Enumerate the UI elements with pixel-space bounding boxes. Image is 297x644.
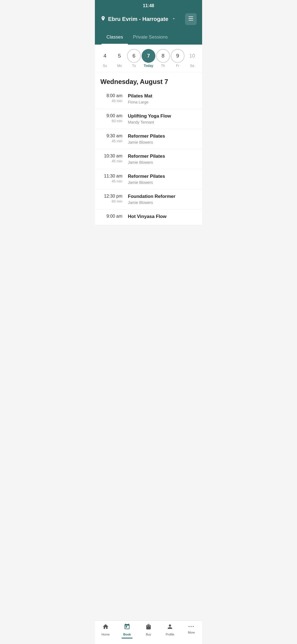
nav-item-more[interactable]: ··· More xyxy=(181,623,202,638)
class-info-5: Foundation Reformer Jamie Blowers xyxy=(128,194,197,205)
status-bar: 11:48 xyxy=(95,0,202,10)
nav-item-home[interactable]: Home xyxy=(95,623,116,638)
class-info-4: Reformer Pilates Jamie Blowers xyxy=(128,174,197,185)
location-selector[interactable]: Ebru Evrim - Harrogate xyxy=(100,16,176,23)
class-time-1: 9:00 am 60 min xyxy=(100,113,128,123)
class-time-2: 9:30 am 45 min xyxy=(100,133,128,143)
class-item-1[interactable]: 9:00 am 60 min Uplifting Yoga Flow Mandy… xyxy=(95,109,202,129)
home-icon xyxy=(102,623,109,632)
more-icon: ··· xyxy=(188,623,195,630)
class-list: 8:00 am 45 min Pilates Mat Fiona Large 9… xyxy=(95,89,202,225)
class-time-4: 11:30 am 45 min xyxy=(100,174,128,183)
date-number-9: 9 xyxy=(171,49,185,63)
location-bar: Ebru Evrim - Harrogate xyxy=(100,13,197,25)
class-time-6: 9:00 am xyxy=(100,214,128,219)
class-item-0[interactable]: 8:00 am 45 min Pilates Mat Fiona Large xyxy=(95,89,202,109)
date-label-tu: Tu xyxy=(132,64,136,68)
date-item-9[interactable]: 9 Fr xyxy=(171,49,184,68)
class-item-3[interactable]: 10:30 am 45 min Reformer Pilates Jamie B… xyxy=(95,149,202,169)
date-number-7: 7 xyxy=(142,49,155,63)
profile-icon xyxy=(167,623,173,632)
date-item-8[interactable]: 8 Th xyxy=(156,49,170,68)
date-label-sa: Sa xyxy=(190,64,194,68)
date-number-4: 4 xyxy=(98,49,112,63)
nav-label-book: Book xyxy=(123,633,131,636)
date-item-4[interactable]: 4 Su xyxy=(98,49,112,68)
date-label-th: Th xyxy=(161,64,165,68)
class-item-6[interactable]: 9:00 am Hot Vinyasa Flow xyxy=(95,209,202,225)
class-info-0: Pilates Mat Fiona Large xyxy=(128,93,197,104)
date-item-7[interactable]: 7 Today xyxy=(142,49,155,68)
status-time: 11:48 xyxy=(143,3,154,8)
header: Ebru Evrim - Harrogate Classes Private S… xyxy=(95,10,202,45)
location-icon xyxy=(100,16,106,23)
nav-tabs: Classes Private Sessions xyxy=(100,31,197,45)
bottom-nav: Home Book Buy Profile ··· More xyxy=(95,620,202,644)
location-name: Ebru Evrim - Harrogate xyxy=(108,16,168,22)
date-item-6[interactable]: 6 Tu xyxy=(127,49,141,68)
nav-item-book[interactable]: Book xyxy=(116,623,138,638)
book-icon xyxy=(124,623,130,632)
class-info-2: Reformer Pilates Jamie Blowers xyxy=(128,133,197,144)
date-number-10: 10 xyxy=(185,49,199,63)
class-info-1: Uplifting Yoga Flow Mandy Tennant xyxy=(128,113,197,124)
class-item-2[interactable]: 9:30 am 45 min Reformer Pilates Jamie Bl… xyxy=(95,129,202,149)
class-item-4[interactable]: 11:30 am 45 min Reformer Pilates Jamie B… xyxy=(95,169,202,189)
date-heading: Wednesday, August 7 xyxy=(95,72,202,89)
date-label-mo: Mo xyxy=(117,64,122,68)
date-number-6: 6 xyxy=(127,49,141,63)
chevron-down-icon xyxy=(172,17,176,22)
class-item-5[interactable]: 12:30 pm 60 min Foundation Reformer Jami… xyxy=(95,189,202,209)
class-time-5: 12:30 pm 60 min xyxy=(100,194,128,203)
nav-label-home: Home xyxy=(101,633,109,636)
class-time-0: 8:00 am 45 min xyxy=(100,93,128,103)
date-number-8: 8 xyxy=(156,49,170,63)
nav-label-more: More xyxy=(188,631,195,634)
date-item-5[interactable]: 5 Mo xyxy=(113,49,126,68)
book-active-indicator xyxy=(122,638,133,638)
class-time-3: 10:30 am 45 min xyxy=(100,154,128,163)
nav-label-buy: Buy xyxy=(146,633,151,636)
tab-classes[interactable]: Classes xyxy=(101,31,128,45)
date-picker: 4 Su 5 Mo 6 Tu 7 Today 8 Th 9 Fr 10 Sa xyxy=(95,45,202,72)
nav-item-buy[interactable]: Buy xyxy=(138,623,159,638)
date-number-5: 5 xyxy=(112,49,126,63)
class-info-3: Reformer Pilates Jamie Blowers xyxy=(128,154,197,165)
date-label-fr: Fr xyxy=(176,64,179,68)
filter-button[interactable] xyxy=(185,13,197,25)
date-label-su: Su xyxy=(103,64,107,68)
class-info-6: Hot Vinyasa Flow xyxy=(128,214,197,220)
nav-label-profile: Profile xyxy=(166,633,174,636)
buy-icon xyxy=(145,623,152,632)
date-item-10[interactable]: 10 Sa xyxy=(185,49,199,68)
tab-private-sessions[interactable]: Private Sessions xyxy=(128,31,173,45)
date-label-today: Today xyxy=(144,64,153,68)
nav-item-profile[interactable]: Profile xyxy=(159,623,181,638)
